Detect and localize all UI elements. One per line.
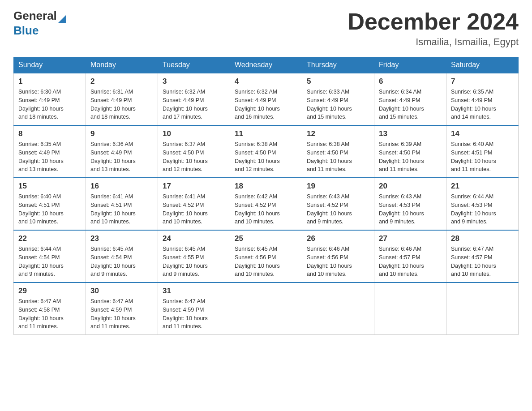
day-number: 2 bbox=[90, 77, 153, 86]
day-info: Sunrise: 6:34 AMSunset: 4:49 PMDaylight:… bbox=[379, 89, 424, 120]
calendar-table: SundayMondayTuesdayWednesdayThursdayFrid… bbox=[13, 57, 519, 335]
day-info: Sunrise: 6:35 AMSunset: 4:49 PMDaylight:… bbox=[18, 141, 64, 172]
logo: General Blue bbox=[13, 9, 66, 38]
calendar-cell: 9 Sunrise: 6:36 AMSunset: 4:49 PMDayligh… bbox=[86, 125, 158, 178]
day-info: Sunrise: 6:30 AMSunset: 4:49 PMDaylight:… bbox=[18, 89, 64, 120]
calendar-cell: 28 Sunrise: 6:47 AMSunset: 4:57 PMDaylig… bbox=[446, 230, 519, 283]
day-info: Sunrise: 6:42 AMSunset: 4:52 PMDaylight:… bbox=[235, 193, 280, 225]
day-info: Sunrise: 6:38 AMSunset: 4:50 PMDaylight:… bbox=[235, 141, 280, 172]
day-number: 25 bbox=[235, 234, 297, 243]
svg-marker-0 bbox=[58, 15, 66, 23]
week-row-4: 22 Sunrise: 6:44 AMSunset: 4:54 PMDaylig… bbox=[14, 230, 519, 283]
calendar-cell: 13 Sunrise: 6:39 AMSunset: 4:50 PMDaylig… bbox=[374, 125, 446, 178]
day-info: Sunrise: 6:31 AMSunset: 4:49 PMDaylight:… bbox=[90, 89, 136, 120]
weekday-header-row: SundayMondayTuesdayWednesdayThursdayFrid… bbox=[14, 57, 519, 73]
day-info: Sunrise: 6:40 AMSunset: 4:51 PMDaylight:… bbox=[451, 141, 496, 172]
calendar-cell: 30 Sunrise: 6:47 AMSunset: 4:59 PMDaylig… bbox=[86, 283, 158, 335]
logo-triangle-icon bbox=[58, 15, 66, 23]
day-info: Sunrise: 6:39 AMSunset: 4:50 PMDaylight:… bbox=[379, 141, 424, 172]
calendar-cell bbox=[374, 283, 446, 335]
day-info: Sunrise: 6:35 AMSunset: 4:49 PMDaylight:… bbox=[451, 89, 496, 120]
day-number: 22 bbox=[18, 234, 81, 243]
day-number: 6 bbox=[379, 77, 442, 86]
logo-general-text: General bbox=[13, 9, 57, 23]
calendar-cell: 15 Sunrise: 6:40 AMSunset: 4:51 PMDaylig… bbox=[14, 178, 86, 230]
page-header: General Blue December 2024 Ismailia, Ism… bbox=[13, 9, 519, 48]
day-number: 20 bbox=[379, 182, 442, 191]
day-info: Sunrise: 6:46 AMSunset: 4:56 PMDaylight:… bbox=[307, 246, 352, 277]
day-info: Sunrise: 6:47 AMSunset: 4:58 PMDaylight:… bbox=[18, 298, 64, 330]
calendar-cell: 6 Sunrise: 6:34 AMSunset: 4:49 PMDayligh… bbox=[374, 73, 446, 125]
day-info: Sunrise: 6:44 AMSunset: 4:53 PMDaylight:… bbox=[451, 193, 496, 225]
day-number: 26 bbox=[307, 234, 369, 243]
calendar-cell: 12 Sunrise: 6:38 AMSunset: 4:50 PMDaylig… bbox=[302, 125, 374, 178]
weekday-header-saturday: Saturday bbox=[446, 57, 519, 73]
day-number: 12 bbox=[307, 129, 369, 138]
day-info: Sunrise: 6:41 AMSunset: 4:52 PMDaylight:… bbox=[163, 193, 208, 225]
weekday-header-monday: Monday bbox=[86, 57, 158, 73]
title-section: December 2024 Ismailia, Ismailia, Egypt bbox=[348, 9, 519, 48]
weekday-header-friday: Friday bbox=[374, 57, 446, 73]
calendar-cell: 5 Sunrise: 6:33 AMSunset: 4:49 PMDayligh… bbox=[302, 73, 374, 125]
day-info: Sunrise: 6:33 AMSunset: 4:49 PMDaylight:… bbox=[307, 89, 352, 120]
day-info: Sunrise: 6:36 AMSunset: 4:49 PMDaylight:… bbox=[90, 141, 136, 172]
day-number: 4 bbox=[235, 77, 297, 86]
day-number: 3 bbox=[163, 77, 225, 86]
calendar-cell: 29 Sunrise: 6:47 AMSunset: 4:58 PMDaylig… bbox=[14, 283, 86, 335]
day-number: 1 bbox=[18, 77, 81, 86]
day-number: 23 bbox=[90, 234, 153, 243]
calendar-cell: 7 Sunrise: 6:35 AMSunset: 4:49 PMDayligh… bbox=[446, 73, 519, 125]
calendar-cell: 8 Sunrise: 6:35 AMSunset: 4:49 PMDayligh… bbox=[14, 125, 86, 178]
day-number: 30 bbox=[90, 287, 153, 295]
day-number: 17 bbox=[163, 182, 225, 191]
day-info: Sunrise: 6:43 AMSunset: 4:52 PMDaylight:… bbox=[307, 193, 352, 225]
calendar-cell: 20 Sunrise: 6:43 AMSunset: 4:53 PMDaylig… bbox=[374, 178, 446, 230]
day-info: Sunrise: 6:32 AMSunset: 4:49 PMDaylight:… bbox=[163, 89, 208, 120]
week-row-5: 29 Sunrise: 6:47 AMSunset: 4:58 PMDaylig… bbox=[14, 283, 519, 335]
day-number: 5 bbox=[307, 77, 369, 86]
day-info: Sunrise: 6:41 AMSunset: 4:51 PMDaylight:… bbox=[90, 193, 136, 225]
weekday-header-tuesday: Tuesday bbox=[158, 57, 230, 73]
day-number: 14 bbox=[451, 129, 514, 138]
month-title: December 2024 bbox=[348, 9, 519, 34]
calendar-cell: 19 Sunrise: 6:43 AMSunset: 4:52 PMDaylig… bbox=[302, 178, 374, 230]
calendar-cell: 18 Sunrise: 6:42 AMSunset: 4:52 PMDaylig… bbox=[230, 178, 302, 230]
weekday-header-thursday: Thursday bbox=[302, 57, 374, 73]
calendar-cell: 1 Sunrise: 6:30 AMSunset: 4:49 PMDayligh… bbox=[14, 73, 86, 125]
day-number: 7 bbox=[451, 77, 514, 86]
day-number: 31 bbox=[163, 287, 225, 295]
day-info: Sunrise: 6:45 AMSunset: 4:56 PMDaylight:… bbox=[235, 246, 280, 277]
day-info: Sunrise: 6:32 AMSunset: 4:49 PMDaylight:… bbox=[235, 89, 280, 120]
calendar-cell: 17 Sunrise: 6:41 AMSunset: 4:52 PMDaylig… bbox=[158, 178, 230, 230]
day-info: Sunrise: 6:45 AMSunset: 4:55 PMDaylight:… bbox=[163, 246, 208, 277]
day-info: Sunrise: 6:37 AMSunset: 4:50 PMDaylight:… bbox=[163, 141, 208, 172]
day-number: 21 bbox=[451, 182, 514, 191]
calendar-cell: 11 Sunrise: 6:38 AMSunset: 4:50 PMDaylig… bbox=[230, 125, 302, 178]
week-row-1: 1 Sunrise: 6:30 AMSunset: 4:49 PMDayligh… bbox=[14, 73, 519, 125]
calendar-cell bbox=[230, 283, 302, 335]
calendar-cell bbox=[302, 283, 374, 335]
day-number: 15 bbox=[18, 182, 81, 191]
day-number: 24 bbox=[163, 234, 225, 243]
day-number: 18 bbox=[235, 182, 297, 191]
week-row-2: 8 Sunrise: 6:35 AMSunset: 4:49 PMDayligh… bbox=[14, 125, 519, 178]
calendar-cell: 3 Sunrise: 6:32 AMSunset: 4:49 PMDayligh… bbox=[158, 73, 230, 125]
calendar-cell: 16 Sunrise: 6:41 AMSunset: 4:51 PMDaylig… bbox=[86, 178, 158, 230]
day-info: Sunrise: 6:38 AMSunset: 4:50 PMDaylight:… bbox=[307, 141, 352, 172]
calendar-cell: 26 Sunrise: 6:46 AMSunset: 4:56 PMDaylig… bbox=[302, 230, 374, 283]
day-number: 10 bbox=[163, 129, 225, 138]
calendar-cell: 23 Sunrise: 6:45 AMSunset: 4:54 PMDaylig… bbox=[86, 230, 158, 283]
calendar-cell bbox=[446, 283, 519, 335]
day-number: 11 bbox=[235, 129, 297, 138]
day-info: Sunrise: 6:43 AMSunset: 4:53 PMDaylight:… bbox=[379, 193, 424, 225]
calendar-cell: 2 Sunrise: 6:31 AMSunset: 4:49 PMDayligh… bbox=[86, 73, 158, 125]
day-number: 9 bbox=[90, 129, 153, 138]
logo-blue-text: Blue bbox=[13, 24, 39, 38]
weekday-header-wednesday: Wednesday bbox=[230, 57, 302, 73]
day-number: 13 bbox=[379, 129, 442, 138]
week-row-3: 15 Sunrise: 6:40 AMSunset: 4:51 PMDaylig… bbox=[14, 178, 519, 230]
day-info: Sunrise: 6:45 AMSunset: 4:54 PMDaylight:… bbox=[90, 246, 136, 277]
day-number: 8 bbox=[18, 129, 81, 138]
calendar-cell: 22 Sunrise: 6:44 AMSunset: 4:54 PMDaylig… bbox=[14, 230, 86, 283]
day-info: Sunrise: 6:47 AMSunset: 4:57 PMDaylight:… bbox=[451, 246, 496, 277]
